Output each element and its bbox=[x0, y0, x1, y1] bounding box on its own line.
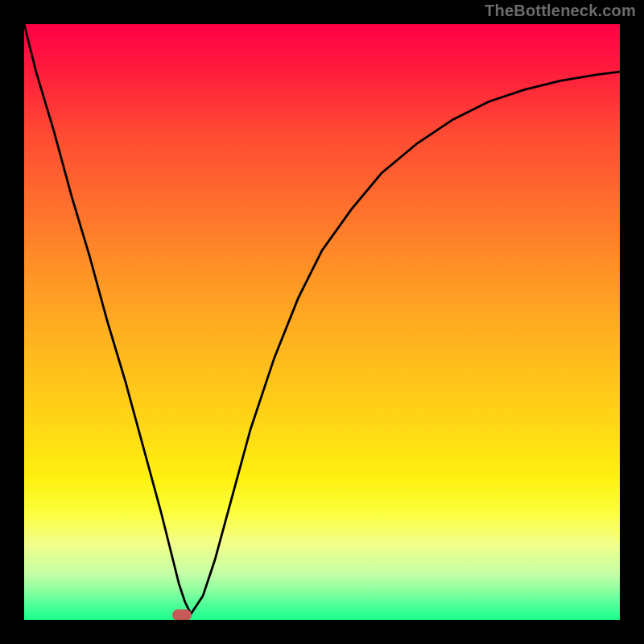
minimum-marker bbox=[172, 609, 192, 620]
curve-path bbox=[24, 24, 620, 614]
curve-svg bbox=[24, 24, 620, 620]
chart-frame: TheBottleneck.com bbox=[0, 0, 644, 644]
plot-area bbox=[24, 24, 620, 620]
watermark-text: TheBottleneck.com bbox=[485, 2, 636, 20]
